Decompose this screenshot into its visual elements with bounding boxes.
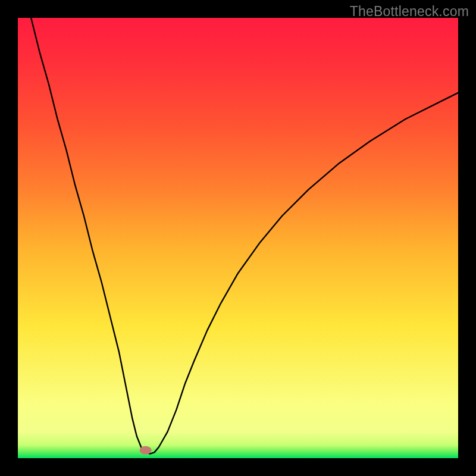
watermark-text: TheBottleneck.com (350, 4, 469, 20)
chart-frame: TheBottleneck.com (0, 0, 476, 476)
bottleneck-curve (31, 18, 458, 454)
optimal-marker (140, 446, 152, 455)
plot-area (18, 18, 458, 458)
curve-layer (18, 18, 458, 458)
